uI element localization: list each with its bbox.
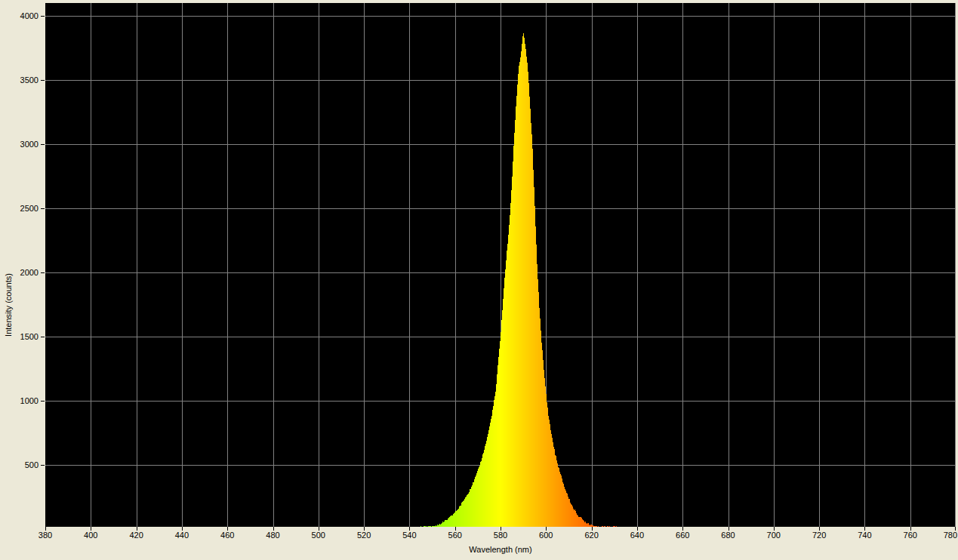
x-tick-label: 680 [721,531,735,540]
y-tick-labels: 5001000150020002500300035004000 [20,11,39,469]
y-tick-label: 500 [25,460,39,469]
x-tick-label: 440 [175,531,189,540]
y-tick-label: 2000 [20,268,39,277]
y-tick-label: 1500 [20,332,39,341]
x-tick-label: 760 [904,531,917,540]
y-axis-title: Intensity (counts) [4,273,13,337]
x-tick-label: 640 [630,531,644,540]
x-tick-label: 400 [84,531,97,540]
y-tick-label: 3000 [20,140,39,149]
x-tick-labels: 3804004204404604805005205405605806006206… [39,531,957,540]
x-tick-label: 740 [858,531,871,540]
y-tick-label: 2500 [20,204,39,213]
x-tick-label: 660 [676,531,689,540]
x-tick-label: 780 [944,531,957,540]
x-tick-label: 600 [539,531,553,540]
x-tick-label: 480 [266,531,279,540]
y-tick-label: 4000 [20,11,39,20]
y-tick-label: 1000 [20,396,39,405]
y-tick-label: 3500 [20,75,39,85]
x-tick-label: 560 [448,531,462,540]
x-tick-label: 380 [39,531,52,540]
plot-layer: 3804004204404604805005205405605806006206… [20,3,957,540]
x-tick-label: 420 [129,531,143,540]
x-tick-label: 720 [812,531,826,540]
x-tick-label: 460 [220,531,234,540]
spectrum-chart: 3804004204404604805005205405605806006206… [0,0,958,560]
x-tick-label: 520 [357,531,371,540]
x-tick-label: 580 [494,531,507,540]
spectrometer-chart-window: 3804004204404604805005205405605806006206… [0,0,958,560]
x-tick-label: 620 [584,531,598,540]
x-tick-label: 500 [312,531,325,540]
x-tick-label: 700 [767,531,781,540]
x-tick-label: 540 [402,531,416,540]
x-axis-title: Wavelength (nm) [469,545,531,554]
